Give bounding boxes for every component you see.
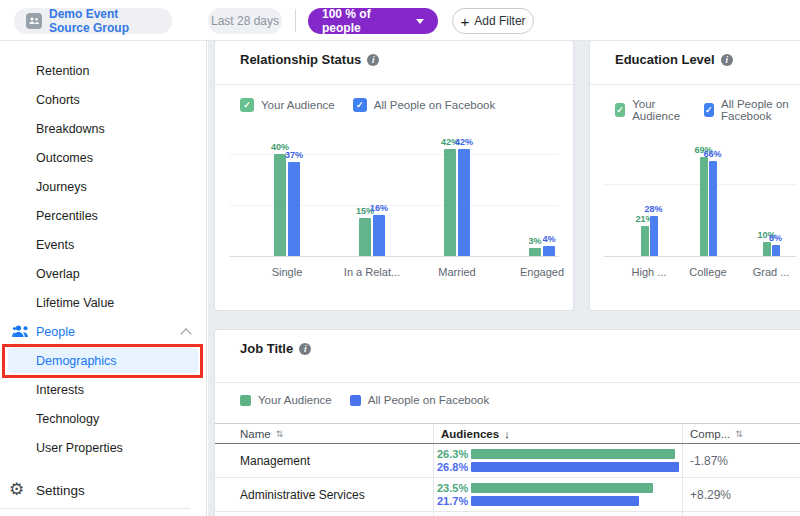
table-header-row: Name Audiences Comp... — [215, 423, 800, 444]
sidebar-item-label: Technology — [36, 412, 99, 426]
column-label: Name — [240, 428, 271, 440]
column-header-name[interactable]: Name — [240, 424, 283, 443]
add-filter-button[interactable]: + Add Filter — [452, 8, 534, 34]
all-people-on-facebook-bar[interactable] — [373, 215, 385, 256]
percent-of-people-label: 100 % of people — [322, 7, 408, 35]
sidebar-item-label: Retention — [36, 64, 90, 78]
all-people-on-facebook-bar[interactable] — [650, 216, 658, 256]
sidebar-item-events[interactable]: Events — [0, 230, 206, 259]
column-label: Audiences — [441, 428, 499, 440]
percent-value: 26.3% — [437, 448, 467, 460]
percent-value: 23.5% — [437, 482, 467, 494]
sidebar-divider — [0, 508, 190, 509]
sidebar-item-interests[interactable]: Interests — [0, 375, 206, 404]
your-audience-bar[interactable] — [471, 449, 675, 459]
column-divider — [682, 478, 683, 511]
job-title-card: Job Title Your Audience All People on Fa… — [215, 330, 800, 516]
column-divider — [433, 444, 434, 477]
sidebar-item-label: Outcomes — [36, 151, 93, 165]
sidebar-item-settings[interactable]: ⚙ Settings — [0, 477, 206, 503]
your-audience-bar[interactable] — [700, 157, 708, 256]
sidebar-item-label: Interests — [36, 383, 84, 397]
column-divider — [433, 478, 434, 511]
all-people-on-facebook-bar[interactable] — [543, 246, 555, 256]
legend-all-people[interactable]: All People on Facebook — [350, 394, 489, 406]
table-row-partial — [215, 512, 800, 516]
all-people-on-facebook-bar[interactable] — [288, 162, 300, 256]
sidebar-item-breakdowns[interactable]: Breakdowns — [0, 114, 206, 143]
sidebar-item-technology[interactable]: Technology — [0, 404, 206, 433]
card-title: Job Title — [240, 341, 311, 356]
all-people-on-facebook-bar[interactable] — [772, 245, 780, 256]
your-audience-bar[interactable] — [274, 154, 286, 256]
sidebar-item-percentiles[interactable]: Percentiles — [0, 201, 206, 230]
sidebar-item-outcomes[interactable]: Outcomes — [0, 143, 206, 172]
sidebar-item-lifetime-value[interactable]: Lifetime Value — [0, 288, 206, 317]
percent-value: 26.8% — [437, 461, 467, 473]
bar-chart: 40%37%Single15%16%In a Relat...42%42%Mar… — [215, 82, 573, 256]
info-icon[interactable] — [721, 54, 733, 66]
legend-your-audience[interactable]: Your Audience — [240, 394, 332, 406]
percent-of-people-dropdown[interactable]: 100 % of people — [308, 8, 438, 34]
legend-label: Your Audience — [258, 394, 332, 406]
sidebar-item-journeys[interactable]: Journeys — [0, 172, 206, 201]
job-name-cell: Administrative Services — [240, 488, 365, 502]
your-audience-bar[interactable] — [471, 483, 653, 493]
info-icon[interactable] — [299, 343, 311, 355]
sidebar-nav-list: RetentionCohortsBreakdownsOutcomesJourne… — [0, 56, 206, 462]
chevron-up-icon[interactable] — [180, 328, 191, 339]
table-row-administrative-services[interactable]: Administrative Services23.5%21.7%+8.29% — [215, 478, 800, 512]
column-divider — [682, 424, 683, 443]
sort-icon — [276, 429, 284, 439]
event-source-group-icon — [26, 13, 42, 29]
your-audience-bar[interactable] — [529, 248, 541, 256]
legend-swatch-blue — [350, 395, 361, 406]
category-label: Engaged — [497, 266, 587, 278]
all-people-bar[interactable] — [471, 496, 639, 506]
sidebar-item-retention[interactable]: Retention — [0, 56, 206, 85]
your-audience-bar[interactable] — [641, 226, 649, 256]
legend-swatch-green — [240, 395, 251, 406]
sidebar: RetentionCohortsBreakdownsOutcomesJourne… — [0, 41, 207, 516]
card-title: Education Level — [615, 52, 733, 67]
toolbar-divider — [295, 9, 296, 32]
bar-value-label: 66% — [696, 149, 730, 159]
sidebar-item-demographics[interactable]: Demographics — [0, 346, 206, 375]
sidebar-item-label: Percentiles — [36, 209, 98, 223]
sidebar-item-overlap[interactable]: Overlap — [0, 259, 206, 288]
column-divider — [682, 512, 683, 516]
your-audience-bar[interactable] — [359, 218, 371, 256]
category-label: Grad ... — [726, 266, 800, 278]
settings-label: Settings — [36, 483, 85, 498]
all-people-bar[interactable] — [471, 462, 679, 472]
your-audience-bar[interactable] — [763, 242, 771, 256]
column-header-comparison[interactable]: Comp... — [690, 424, 743, 443]
info-icon[interactable] — [367, 54, 379, 66]
table-row-management[interactable]: Management26.3%26.8%-1.87% — [215, 444, 800, 478]
sidebar-item-label: Overlap — [36, 267, 80, 281]
event-source-group-button[interactable]: Demo Event Source Group — [14, 8, 172, 34]
column-divider — [433, 512, 434, 516]
sort-desc-icon — [504, 428, 510, 440]
comparison-cell: -1.87% — [690, 454, 728, 468]
sidebar-item-user-properties[interactable]: User Properties — [0, 433, 206, 462]
your-audience-bar[interactable] — [444, 149, 456, 256]
column-label: Comp... — [690, 428, 730, 440]
sidebar-item-label: Journeys — [36, 180, 87, 194]
education-level-title: Education Level — [615, 52, 715, 67]
sidebar-item-cohorts[interactable]: Cohorts — [0, 85, 206, 114]
sort-icon — [735, 429, 743, 439]
column-header-audiences[interactable]: Audiences — [441, 424, 510, 443]
legend-label: All People on Facebook — [368, 394, 489, 406]
job-title-table: Name Audiences Comp... Management26.3%26… — [215, 423, 800, 516]
all-people-on-facebook-bar[interactable] — [458, 149, 470, 256]
plus-icon: + — [460, 14, 469, 29]
table-body: Management26.3%26.8%-1.87%Administrative… — [215, 444, 800, 516]
date-range-button[interactable]: Last 28 days — [208, 8, 282, 34]
main-content: Relationship Status Your Audience All Pe… — [208, 41, 800, 516]
column-divider — [433, 424, 434, 443]
sidebar-item-people[interactable]: People — [0, 317, 206, 346]
sidebar-item-label: Demographics — [36, 354, 117, 368]
all-people-on-facebook-bar[interactable] — [709, 161, 717, 256]
card-divider — [215, 382, 800, 383]
